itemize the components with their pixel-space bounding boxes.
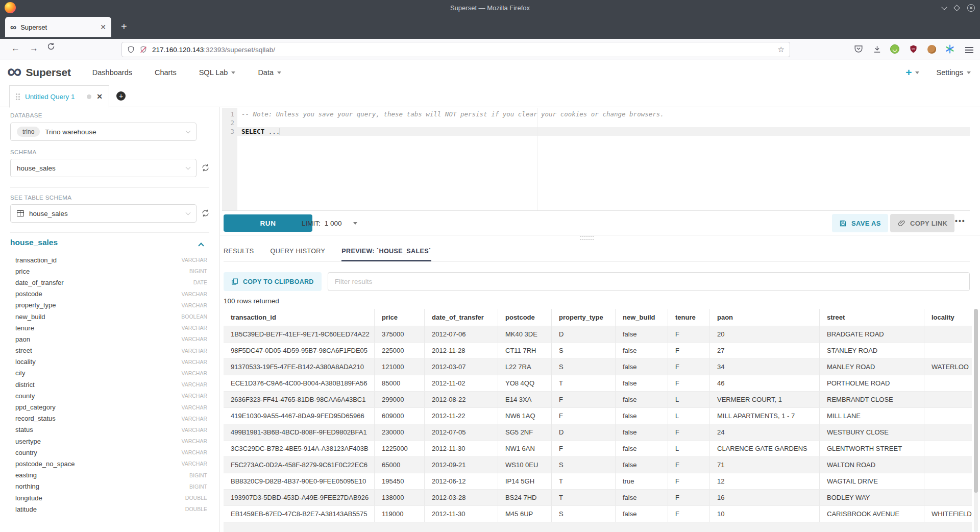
url-text[interactable]: 217.160.120.143:32393/superset/sqllab/	[152, 46, 773, 54]
result-column-header-paon[interactable]: paon	[710, 309, 820, 326]
privacy-badger-icon[interactable]: ◡	[890, 44, 900, 54]
forward-icon[interactable]: →	[30, 43, 38, 54]
nav-item-data[interactable]: Data	[258, 68, 281, 77]
cookie-extension-icon[interactable]	[926, 44, 937, 54]
nav-item-dashboards[interactable]: Dashboards	[92, 68, 132, 77]
refresh-table-icon[interactable]	[201, 209, 210, 218]
tab-results[interactable]: RESULTS	[224, 248, 254, 261]
result-cell: F	[668, 506, 710, 522]
pane-resize-handle[interactable]	[580, 236, 594, 240]
result-table-row: 499B1981-3B6B-4BCD-808F-9FED9802BFA12300…	[224, 424, 972, 441]
result-cell: false	[616, 506, 668, 522]
downloads-icon[interactable]	[872, 44, 882, 54]
back-icon[interactable]: ←	[11, 43, 20, 54]
sqllab-workspace: 1 2 3 -- Note: Unless you save your quer…	[220, 107, 980, 532]
result-column-header-date_of_transfer[interactable]: date_of_transfer	[425, 309, 498, 326]
see-table-schema-label: SEE TABLE SCHEMA	[10, 195, 71, 201]
add-query-tab-button[interactable]: +	[116, 91, 126, 101]
table-select[interactable]: house_sales	[10, 204, 197, 223]
result-table-row: 3C3C29DC-B7B2-4BE5-914A-A38123AF403B1225…	[224, 441, 972, 457]
nav-item-charts[interactable]: Charts	[155, 68, 177, 77]
window-shade-icon[interactable]	[941, 4, 947, 10]
collapse-table-icon[interactable]	[198, 243, 204, 248]
database-engine-pill: trino	[17, 127, 40, 137]
result-cell: 34	[710, 359, 820, 375]
result-cell	[924, 326, 972, 342]
nav-item-sql-lab[interactable]: SQL Lab	[199, 68, 236, 77]
schema-column-row: statusVARCHAR	[15, 424, 207, 436]
schema-column-type: VARCHAR	[181, 359, 207, 365]
copy-link-button[interactable]: COPY LINK	[890, 214, 954, 232]
database-value: Trino warehouse	[45, 128, 181, 136]
editor-cursor	[280, 128, 280, 135]
filter-results-input[interactable]	[328, 272, 970, 291]
schema-column-row: new_buildBOOLEAN	[15, 311, 207, 322]
refresh-schema-icon[interactable]	[201, 163, 210, 173]
run-button[interactable]: RUN	[224, 214, 312, 232]
window-close-icon[interactable]: ✕	[967, 4, 975, 12]
extension-asterisk-icon[interactable]	[945, 44, 955, 54]
schema-column-type: VARCHAR	[181, 336, 207, 342]
tab-close-icon[interactable]: ✕	[100, 23, 106, 31]
table-schema-title[interactable]: house_sales	[10, 238, 58, 247]
copy-to-clipboard-button[interactable]: COPY TO CLIPBOARD	[224, 272, 322, 291]
reload-icon[interactable]	[47, 42, 55, 51]
schema-column-type: VARCHAR	[181, 291, 207, 297]
result-cell: 2012-11-22	[425, 408, 498, 424]
schema-select[interactable]: house_sales	[10, 159, 197, 177]
more-options-button[interactable]: •••	[955, 217, 966, 225]
result-cell: S	[552, 506, 616, 522]
pocket-icon[interactable]	[853, 44, 864, 54]
save-as-button[interactable]: SAVE AS	[832, 214, 888, 232]
site-info-shield-icon[interactable]	[127, 45, 135, 54]
query-tab-close-icon[interactable]: ✕	[96, 92, 103, 101]
window-maximize-icon[interactable]	[953, 5, 960, 11]
divider	[10, 187, 209, 188]
schema-column-row: streetVARCHAR	[15, 345, 207, 356]
result-column-header-tenure[interactable]: tenure	[668, 309, 710, 326]
result-column-header-street[interactable]: street	[820, 309, 924, 326]
result-cell: 2012-11-30	[425, 506, 498, 522]
browser-tab[interactable]: ∞ Superset ✕	[5, 17, 111, 37]
permissions-blocked-icon[interactable]	[139, 45, 148, 54]
result-column-header-price[interactable]: price	[375, 309, 425, 326]
schema-column-name: locality	[15, 358, 181, 366]
table-scrollbar[interactable]	[974, 309, 978, 532]
database-select[interactable]: trino Trino warehouse	[10, 123, 197, 141]
tab-preview-house-sales[interactable]: PREVIEW: `HOUSE_SALES`	[341, 248, 431, 261]
schema-column-type: VARCHAR	[181, 416, 207, 422]
schema-column-type: DOUBLE	[185, 506, 207, 512]
result-cell: 299000	[375, 392, 425, 407]
result-cell: 2636F323-FF41-4765-81DB-98CAA6A43BC1	[224, 392, 375, 407]
result-cell: 24	[710, 424, 820, 440]
result-column-header-postcode[interactable]: postcode	[498, 309, 552, 326]
schema-column-row: eastingBIGINT	[15, 470, 207, 481]
ublock-icon[interactable]: uo	[908, 44, 918, 54]
result-table-row: 98F5DC47-0D05-4D59-95B7-98CA6F1FDE052250…	[224, 343, 972, 359]
caret-down-icon	[353, 222, 357, 225]
result-column-header-locality[interactable]: locality	[924, 309, 972, 326]
result-column-header-new_build[interactable]: new_build	[616, 309, 668, 326]
superset-infinity-icon: ∞	[7, 65, 22, 77]
superset-logo[interactable]: ∞ Superset	[7, 66, 71, 79]
bookmark-star-icon[interactable]: ☆	[778, 45, 785, 54]
sql-editor[interactable]: 1 2 3 -- Note: Unless you save your quer…	[222, 108, 970, 211]
url-bar[interactable]: 217.160.120.143:32393/superset/sqllab/ ☆	[121, 42, 790, 57]
sql-code: ...	[264, 128, 280, 135]
tab-query-history[interactable]: QUERY HISTORY	[271, 248, 326, 261]
result-column-header-transaction_id[interactable]: transaction_id	[224, 309, 375, 326]
menu-hamburger-icon[interactable]	[964, 44, 974, 54]
result-cell: F	[552, 441, 616, 456]
new-tab-button[interactable]: +	[121, 21, 127, 32]
drag-handle-icon[interactable]	[16, 93, 17, 95]
limit-dropdown[interactable]: LIMIT: 1 000	[302, 211, 357, 235]
schema-column-row: postcode_no_spaceVARCHAR	[15, 458, 207, 469]
query-tab-untitled[interactable]: Untitled Query 1 ✕	[9, 85, 109, 108]
settings-menu[interactable]: Settings	[937, 68, 971, 77]
table-scrollbar-thumb[interactable]	[974, 309, 978, 493]
result-cell: false	[616, 408, 668, 424]
new-dropdown-button[interactable]: +	[905, 66, 919, 79]
chevron-down-icon	[967, 71, 971, 74]
result-column-header-property_type[interactable]: property_type	[552, 309, 616, 326]
result-cell: F	[552, 408, 616, 424]
